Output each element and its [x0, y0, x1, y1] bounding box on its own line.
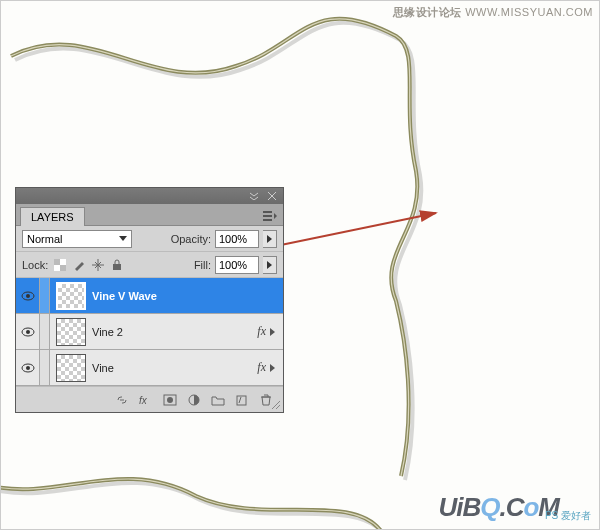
panel-header[interactable]	[16, 188, 283, 204]
lock-fill-row: Lock: Fill: 100%	[16, 252, 283, 278]
link-layers-icon[interactable]	[113, 391, 131, 409]
watermark-top-cn: 思缘设计论坛	[393, 6, 462, 18]
eye-icon	[21, 327, 35, 337]
lock-label: Lock:	[22, 259, 48, 271]
lock-position-icon[interactable]	[90, 257, 106, 273]
svg-text:fx: fx	[139, 395, 148, 406]
svg-rect-2	[60, 265, 66, 271]
layer-name[interactable]: Vine 2	[92, 326, 257, 338]
layers-panel: LAYERS Normal Opacity: 100% Lock: Fill: …	[15, 187, 284, 413]
fx-indicator[interactable]: fx	[257, 360, 275, 375]
chevron-down-icon	[119, 236, 127, 241]
opacity-value: 100%	[219, 233, 247, 245]
layer-style-icon[interactable]: fx	[137, 391, 155, 409]
resize-grip-icon[interactable]	[269, 398, 281, 410]
fx-indicator[interactable]: fx	[257, 324, 275, 339]
layer-name[interactable]: Vine V Wave	[92, 290, 283, 302]
lock-all-icon[interactable]	[109, 257, 125, 273]
svg-rect-5	[113, 264, 121, 270]
opacity-flyout[interactable]	[263, 230, 277, 248]
chevron-right-icon	[267, 261, 272, 269]
chevron-right-icon	[267, 235, 272, 243]
svg-rect-1	[54, 259, 60, 265]
visibility-toggle[interactable]	[16, 278, 40, 313]
layer-mask-icon[interactable]	[161, 391, 179, 409]
link-column[interactable]	[40, 278, 50, 313]
lock-transparency-icon[interactable]	[52, 257, 68, 273]
watermark-top-url: WWW.MISSYUAN.COM	[465, 6, 593, 18]
fill-label: Fill:	[194, 259, 211, 271]
panel-tabbar: LAYERS	[16, 204, 283, 226]
lock-icons-group	[52, 257, 125, 273]
layer-thumbnail[interactable]	[56, 318, 86, 346]
panel-bottom-toolbar: fx	[16, 386, 283, 412]
lock-pixels-icon[interactable]	[71, 257, 87, 273]
watermark-ps: PS 爱好者	[545, 509, 591, 523]
fill-flyout[interactable]	[263, 256, 277, 274]
collapse-icon[interactable]	[247, 190, 261, 202]
new-layer-icon[interactable]	[233, 391, 251, 409]
fx-label: fx	[257, 360, 266, 375]
blend-mode-select[interactable]: Normal	[22, 230, 132, 248]
watermark-logo: UiBQ.CoM	[438, 492, 559, 523]
close-icon[interactable]	[265, 190, 279, 202]
layer-row-vine-v-wave[interactable]: Vine V Wave	[16, 278, 283, 314]
visibility-toggle[interactable]	[16, 314, 40, 349]
layer-row-vine[interactable]: Vine fx	[16, 350, 283, 386]
eye-icon	[21, 291, 35, 301]
link-column[interactable]	[40, 314, 50, 349]
layer-thumbnail[interactable]	[56, 282, 86, 310]
watermark-top: 思缘设计论坛 WWW.MISSYUAN.COM	[393, 5, 593, 20]
svg-point-11	[26, 366, 30, 370]
layer-row-vine-2[interactable]: Vine 2 fx	[16, 314, 283, 350]
fill-input[interactable]: 100%	[215, 256, 259, 274]
fx-label: fx	[257, 324, 266, 339]
panel-menu-icon[interactable]	[261, 207, 279, 225]
svg-point-9	[26, 330, 30, 334]
svg-line-0	[276, 213, 436, 246]
new-group-icon[interactable]	[209, 391, 227, 409]
layers-list: Vine V Wave Vine 2 fx Vine fx	[16, 278, 283, 386]
opacity-label: Opacity:	[171, 233, 211, 245]
tab-label: LAYERS	[31, 211, 74, 223]
blend-opacity-row: Normal Opacity: 100%	[16, 226, 283, 252]
fill-value: 100%	[219, 259, 247, 271]
svg-point-14	[167, 397, 173, 403]
layer-thumbnail[interactable]	[56, 354, 86, 382]
layer-name[interactable]: Vine	[92, 362, 257, 374]
svg-rect-16	[237, 396, 246, 405]
callout-arrow	[271, 201, 471, 261]
link-column[interactable]	[40, 350, 50, 385]
visibility-toggle[interactable]	[16, 350, 40, 385]
tab-layers[interactable]: LAYERS	[20, 207, 85, 226]
opacity-input[interactable]: 100%	[215, 230, 259, 248]
chevron-right-icon	[270, 364, 275, 372]
eye-icon	[21, 363, 35, 373]
adjustment-layer-icon[interactable]	[185, 391, 203, 409]
svg-rect-3	[60, 259, 66, 265]
blend-mode-value: Normal	[27, 233, 62, 245]
svg-rect-4	[54, 265, 60, 271]
chevron-right-icon	[270, 328, 275, 336]
svg-point-7	[26, 294, 30, 298]
